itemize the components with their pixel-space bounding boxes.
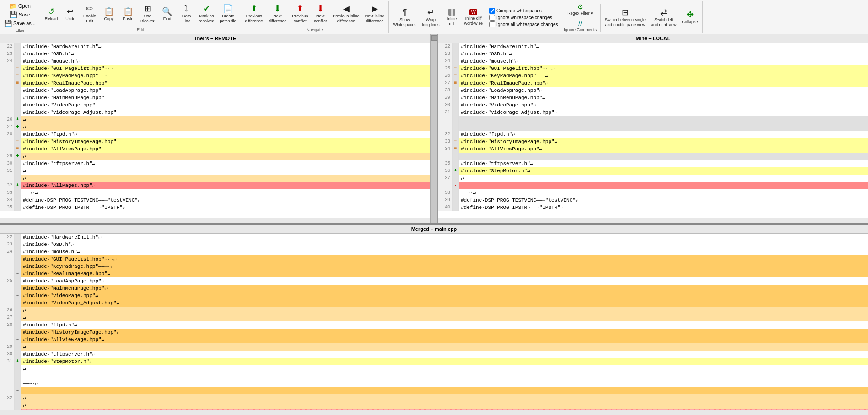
merged-content[interactable]: 22#include·"HardwareInit.h"↵23#include·"…	[0, 234, 868, 410]
use-blocks-button[interactable]: ⊞ Use Blocks▾	[138, 3, 157, 26]
inline-diff-button[interactable]: ║ Inline diff	[442, 7, 461, 28]
line-number	[0, 80, 15, 87]
prev-inline-button[interactable]: ◀ Previous inline difference	[330, 3, 362, 26]
line-number: 22	[0, 43, 15, 50]
line-number	[0, 255, 15, 263]
change-indicator	[15, 131, 21, 138]
ignore-whitespace-opt[interactable]: Ignore whitespace changes	[489, 15, 558, 21]
line-content: #include·"LoadAppPage.hpp"↵	[21, 277, 868, 285]
line-number: 23	[0, 50, 15, 58]
line-content: #include·"tftpserver.h"↵	[459, 160, 868, 167]
line-content: #include·"StepMotor.h"↵	[459, 167, 868, 175]
line-content: #include·"ftpd.h"↵	[21, 131, 430, 138]
code-line: 31#include·"VideoPage_Adjust.hpp"↵	[438, 109, 868, 116]
line-number	[0, 72, 15, 80]
compare-whitespace-opt[interactable]: Compare whitespaces	[489, 8, 558, 14]
code-line: –	[0, 387, 868, 394]
line-number	[0, 292, 15, 299]
enable-edit-button[interactable]: ✏ Enable Edit	[81, 3, 99, 26]
line-number: 29	[0, 343, 15, 351]
line-content: #include·"MainMenuPage.hpp"↵	[21, 285, 868, 292]
line-number: 28	[0, 131, 15, 138]
save-as-button[interactable]: 💾 Save as...	[3, 19, 37, 27]
mine-content[interactable]: 22#include·"HardwareInit.h"↵23#include·"…	[438, 43, 868, 218]
change-indicator: ≡	[15, 72, 21, 80]
line-number: 30	[0, 351, 15, 358]
theirs-content[interactable]: 22#include·"HardwareInit.h"↵23#include·"…	[0, 43, 430, 218]
code-line: #include·"VideoPage_Adjust.hpp"	[0, 109, 430, 116]
next-diff-button[interactable]: ⬇ Next difference	[266, 3, 289, 26]
prev-conflict-button[interactable]: ⬆ Previous conflict	[290, 3, 310, 26]
code-line	[0, 372, 868, 380]
find-button[interactable]: 🔍 Find	[158, 5, 176, 23]
code-line: 31↵	[0, 167, 430, 175]
goto-icon: ⤵	[184, 5, 189, 13]
line-content: #include·"RealImagePage.hpp"↵	[21, 270, 868, 277]
line-number: 30	[0, 160, 15, 167]
code-line: 24#include·"mouse.h"↵	[0, 58, 430, 65]
line-number	[0, 380, 15, 387]
collapse-button[interactable]: ✤ Collapse	[680, 9, 701, 27]
change-indicator: –	[15, 285, 21, 292]
paste-icon: 📋	[123, 7, 133, 16]
line-number	[0, 299, 15, 307]
copy-button[interactable]: 📋 Copy	[100, 5, 118, 23]
undo-button[interactable]: ↩ Undo	[61, 5, 80, 23]
change-indicator	[15, 234, 21, 241]
show-whitespace-button[interactable]: ¶ Show Whitespaces	[391, 6, 419, 29]
theirs-hscroll[interactable]	[0, 218, 430, 223]
mine-hscroll[interactable]	[438, 218, 868, 223]
change-indicator	[15, 58, 21, 65]
change-indicator	[453, 131, 459, 138]
code-line: 35#define·DSP_PROG_IPSTR→——→"IPSTR"↵	[0, 204, 430, 211]
wrap-long-lines-button[interactable]: ↵ Wrap long lines	[420, 6, 442, 29]
save-button[interactable]: 💾 Save	[8, 11, 32, 19]
line-content: #include·"RealImagePage.hpp"↵	[459, 80, 868, 87]
code-line: –#include·"MainMenuPage.hpp"↵	[0, 285, 868, 292]
line-number: 28	[438, 87, 453, 94]
create-patch-button[interactable]: 📄 Create patch file	[217, 3, 238, 26]
line-content: #include·"mouse.h"↵	[21, 248, 868, 255]
view-options: Compare whitespaces Ignore whitespace ch…	[489, 8, 558, 27]
edit-group-label: Edit	[137, 27, 144, 32]
ignore-comments-button[interactable]: // Ignore Comments	[562, 18, 598, 33]
merged-hscroll[interactable]	[0, 410, 868, 415]
regex-icon: ⚙	[577, 3, 583, 11]
code-line: ≡#include·"HistoryImagePage.hpp"	[0, 138, 430, 145]
line-number: 33	[0, 189, 15, 197]
paste-button[interactable]: 📋 Paste	[119, 5, 137, 23]
goto-line-button[interactable]: ⤵ Goto Line	[177, 3, 195, 26]
inline-diff-word-icon: W	[469, 9, 477, 15]
mine-pane: Mine – LOCAL 22#include·"HardwareInit.h"…	[438, 34, 868, 223]
view-buttons-row: ¶ Show Whitespaces ↵ Wrap long lines ║ I…	[391, 2, 701, 33]
change-indicator	[15, 321, 21, 329]
compare-whitespace-checkbox[interactable]	[489, 8, 495, 14]
switch-single-double-button[interactable]: ⊟ Switch between single and double pane …	[603, 6, 648, 29]
view-group: ¶ Show Whitespaces ↵ Wrap long lines ║ I…	[389, 1, 703, 33]
toolbar: 📂 Open 💾 Save 💾 Save as... Files ↺ Reloa…	[0, 0, 868, 34]
ignore-all-whitespace-opt[interactable]: Ignore all whitespace changes	[489, 21, 558, 27]
mark-resolved-button[interactable]: ✔ Mark as resolved	[196, 3, 216, 26]
next-inline-button[interactable]: ▶ Next inline difference	[363, 3, 387, 26]
code-line: 23#include·"OSD.h"↵	[438, 50, 868, 58]
prev-diff-button[interactable]: ⬆ Previous difference	[243, 3, 265, 26]
code-line: 24#include·"mouse.h"↵	[438, 58, 868, 65]
regex-filter-button[interactable]: ⚙ Regex Filter ▾	[562, 2, 598, 17]
navigate-group: ⬆ Previous difference ⬇ Next difference …	[241, 1, 389, 33]
open-button[interactable]: 📂 Open	[8, 2, 32, 10]
collapse-icon: ✤	[687, 11, 694, 19]
ignore-all-whitespace-checkbox[interactable]	[489, 21, 495, 27]
line-content: #include·"mouse.h"↵	[21, 58, 430, 65]
line-number: 32	[0, 394, 15, 402]
next-conflict-button[interactable]: ⬇ Next conflict	[311, 3, 329, 26]
line-number	[0, 175, 15, 182]
pane-resize-handle[interactable]	[431, 35, 437, 41]
change-indicator	[15, 307, 21, 314]
reload-button[interactable]: ↺ Reload	[42, 5, 60, 23]
ignore-whitespace-checkbox[interactable]	[489, 15, 495, 21]
theirs-pane: Theirs – REMOTE 22#include·"HardwareInit…	[0, 34, 431, 223]
code-line: 31+#include·"StepMotor.h"↵	[0, 358, 868, 365]
switch-left-right-button[interactable]: ⇄ Switch left and right view	[649, 6, 679, 29]
line-number: 25	[438, 65, 453, 72]
inline-diff-word-button[interactable]: W Inline diff word-wise	[462, 7, 485, 28]
